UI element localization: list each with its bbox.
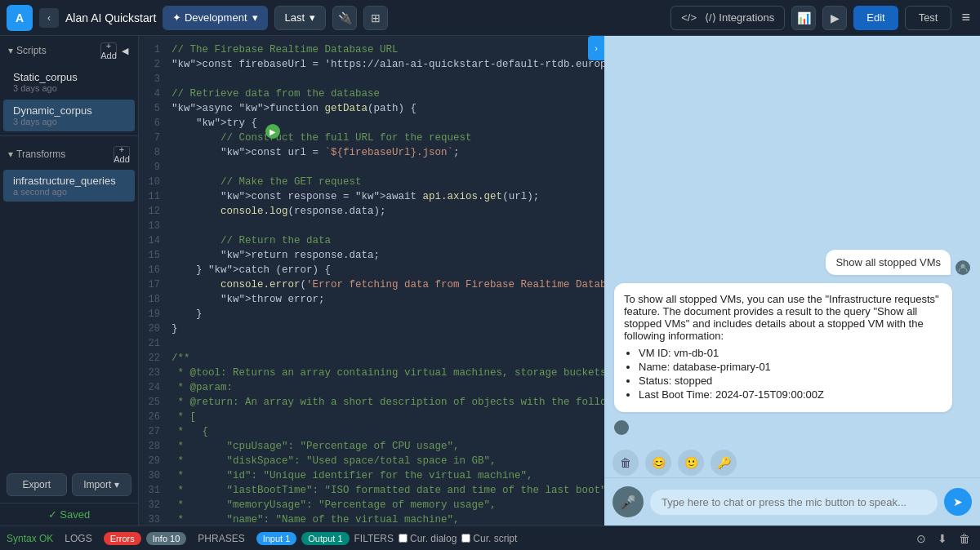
app-logo: A xyxy=(7,5,33,31)
code-lines[interactable]: // The Firebase Realtime Database URL"kw… xyxy=(168,36,604,526)
cur-dialog-filter[interactable]: Cur. dialog xyxy=(399,533,457,544)
key-button[interactable]: 🔑 xyxy=(710,450,737,476)
branch-dropdown[interactable]: Last ▾ xyxy=(274,6,327,30)
edit-button[interactable]: Edit xyxy=(853,6,898,30)
sidebar-item-dynamic-corpus[interactable]: Dynamic_corpus 3 days ago xyxy=(3,100,135,131)
user-avatar xyxy=(956,260,970,275)
send-button[interactable]: ➤ xyxy=(944,488,972,516)
transforms-add-button[interactable]: + Add xyxy=(114,146,130,162)
cur-dialog-label: Cur. dialog xyxy=(410,533,457,544)
code-line: * "name": "Name of the virtual machine", xyxy=(172,512,604,526)
scripts-section-header: ▾ Scripts + Add ◀ xyxy=(0,36,138,65)
bot-message: To show all stopped VMs, you can use the… xyxy=(614,283,952,412)
code-line xyxy=(172,336,604,351)
dynamic-corpus-name: Dynamic_corpus xyxy=(13,104,125,117)
bot-bullet-1: VM ID: vm-db-01 xyxy=(639,347,942,359)
transforms-chevron-icon: ▾ xyxy=(8,149,13,160)
cur-script-checkbox[interactable] xyxy=(461,534,470,543)
import-label: Import xyxy=(83,479,111,490)
plugin-icon: 🔌 xyxy=(338,11,352,24)
code-content[interactable]: 1234567891011121314151617181920212223242… xyxy=(139,36,604,526)
dev-dropdown[interactable]: ✦ Development ▾ xyxy=(163,6,267,30)
input-badge[interactable]: Input 1 xyxy=(256,532,297,545)
scripts-collapse-button[interactable]: ◀ xyxy=(120,44,130,58)
phrases-label[interactable]: PHRASES xyxy=(191,531,251,546)
code-line: "kw">return response.data; xyxy=(172,248,604,263)
code-line: * @param: xyxy=(172,380,604,395)
dynamic-corpus-date: 3 days ago xyxy=(13,117,125,126)
camera-button[interactable]: ⊞ xyxy=(363,6,388,30)
trash-button[interactable]: 🗑 xyxy=(612,450,639,476)
code-line xyxy=(172,219,604,233)
emoji-button[interactable]: 🙂 xyxy=(678,450,704,476)
code-line: * "lastBootTime": "ISO formatted date an… xyxy=(172,483,604,498)
code-line: "kw">const firebaseUrl = 'https://alan-a… xyxy=(172,57,604,72)
chat-panel: Show all stopped VMs To show all stopped… xyxy=(604,36,980,526)
import-button[interactable]: Import ▾ xyxy=(72,473,132,496)
mic-icon: 🎤 xyxy=(620,495,636,510)
line-numbers: 1234567891011121314151617181920212223242… xyxy=(139,36,168,526)
code-line: * @return: An array with a short descrip… xyxy=(172,395,604,410)
chat-input[interactable] xyxy=(650,490,938,515)
import-chevron-icon: ▾ xyxy=(114,479,119,490)
play-icon: ▶ xyxy=(831,11,840,24)
chat-input-area: 🎤 ➤ xyxy=(604,477,980,526)
back-button[interactable]: ‹ xyxy=(39,8,59,28)
chat-toggle-button[interactable]: › xyxy=(588,36,604,60)
code-line: "kw">const response = "kw">await api.axi… xyxy=(172,189,604,204)
send-icon: ➤ xyxy=(953,495,963,508)
bot-message-text: To show all stopped VMs, you can use the… xyxy=(624,293,942,342)
code-line xyxy=(172,160,604,175)
sidebar-item-static-corpus[interactable]: Static_corpus 3 days ago xyxy=(3,66,135,98)
code-line: // The Firebase Realtime Database URL xyxy=(172,42,604,57)
user-message: Show all stopped VMs xyxy=(826,250,951,275)
code-line: // Retrieve data from the database xyxy=(172,86,604,101)
project-title: Alan AI Quickstart xyxy=(65,11,156,24)
info-badge[interactable]: Info 10 xyxy=(146,532,187,545)
run-arrow-button[interactable]: ▶ xyxy=(265,124,280,139)
play-button[interactable]: ▶ xyxy=(822,6,847,30)
analytics-icon: 📊 xyxy=(797,11,811,24)
branch-arrow-icon: ▾ xyxy=(310,11,315,24)
dev-label: ✦ Development xyxy=(172,11,247,24)
sidebar-item-infrastructure-queries[interactable]: infrastructure_queries a second ago xyxy=(3,170,135,202)
scripts-label: Scripts xyxy=(16,45,47,56)
scripts-section-title[interactable]: ▾ Scripts xyxy=(8,45,47,56)
infrastructure-queries-date: a second ago xyxy=(13,187,125,197)
code-line: // Return the data xyxy=(172,233,604,248)
export-button[interactable]: Export xyxy=(7,473,67,496)
errors-badge[interactable]: Errors xyxy=(104,532,141,545)
test-button[interactable]: Test xyxy=(905,6,952,30)
cur-script-label: Cur. script xyxy=(473,533,517,544)
branch-label: Last xyxy=(285,11,305,24)
code-line: } xyxy=(172,322,604,336)
code-line: // Construct the full URL for the reques… xyxy=(172,131,604,145)
code-line: // Make the GET request xyxy=(172,175,604,189)
status-copy-button[interactable]: ⊙ xyxy=(913,530,929,547)
dev-arrow-icon: ▾ xyxy=(252,11,258,24)
cur-dialog-checkbox[interactable] xyxy=(399,534,408,543)
status-download-button[interactable]: ⬇ xyxy=(934,530,951,547)
logs-label[interactable]: LOGS xyxy=(58,531,98,546)
code-line: } "kw">catch (error) { xyxy=(172,263,604,277)
status-delete-button[interactable]: 🗑 xyxy=(956,530,973,547)
transforms-section-header: ▾ Transforms + Add xyxy=(0,140,138,169)
static-corpus-name: Static_corpus xyxy=(13,71,125,83)
smiley-button[interactable]: 😊 xyxy=(645,450,671,476)
code-line: console.error('Error fetching data from … xyxy=(172,277,604,292)
analytics-button[interactable]: 📊 xyxy=(791,6,816,30)
scripts-add-button[interactable]: + Add xyxy=(100,42,117,59)
cur-script-filter[interactable]: Cur. script xyxy=(461,533,517,544)
menu-button[interactable]: ≡ xyxy=(958,6,973,29)
code-line: * "diskSpace": "Used space/total space i… xyxy=(172,454,604,468)
integrations-button[interactable]: </> ⟨/⟩ Integrations xyxy=(670,6,785,30)
output-badge[interactable]: Output 1 xyxy=(301,532,349,545)
mic-button[interactable]: 🎤 xyxy=(612,486,644,517)
sidebar-divider-1 xyxy=(0,135,138,136)
transforms-section-title[interactable]: ▾ Transforms xyxy=(8,149,65,160)
code-line: * [ xyxy=(172,410,604,424)
code-line: console.log(response.data); xyxy=(172,204,604,219)
plugin-button[interactable]: 🔌 xyxy=(332,6,357,30)
code-line: "kw">try { xyxy=(172,116,604,131)
code-editor[interactable]: ▶ 12345678910111213141516171819202122232… xyxy=(139,36,604,526)
